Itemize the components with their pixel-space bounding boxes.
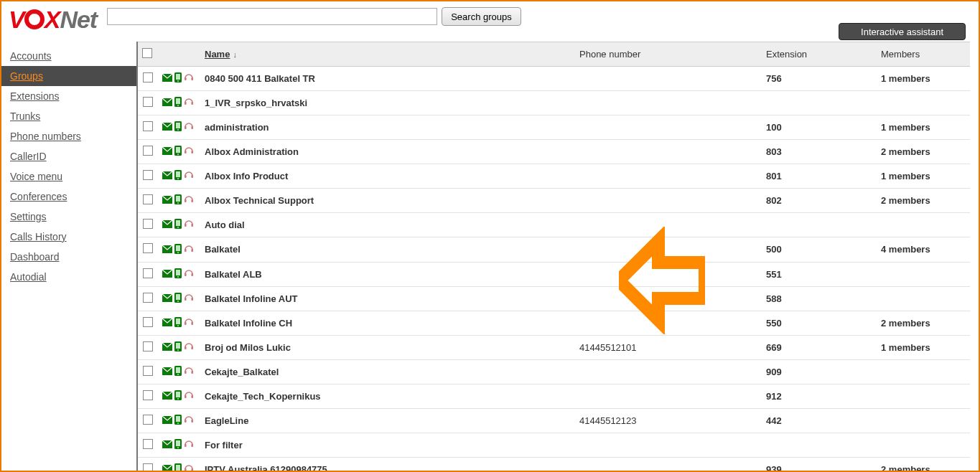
- header-phone[interactable]: Phone number: [575, 42, 762, 67]
- header-extension[interactable]: Extension: [762, 42, 877, 67]
- row-checkbox[interactable]: [143, 243, 153, 253]
- headset-icon[interactable]: [184, 170, 194, 182]
- sidebar-item-conferences[interactable]: Conferences: [1, 187, 136, 207]
- row-name[interactable]: Albox Technical Support: [200, 189, 575, 213]
- mail-icon[interactable]: [162, 98, 172, 108]
- search-input[interactable]: [107, 8, 437, 25]
- headset-icon[interactable]: [184, 194, 194, 207]
- headset-icon[interactable]: [184, 72, 194, 85]
- sidebar-item-autodial[interactable]: Autodial: [1, 267, 136, 287]
- phone-icon[interactable]: [174, 293, 182, 305]
- row-name[interactable]: 1_IVR_srpsko_hrvatski: [200, 91, 575, 115]
- phone-icon[interactable]: [174, 97, 182, 109]
- phone-icon[interactable]: [174, 317, 182, 329]
- row-name[interactable]: Cekajte_Balkatel: [200, 359, 575, 384]
- sidebar-item-accounts[interactable]: Accounts: [1, 46, 136, 66]
- headset-icon[interactable]: [184, 121, 194, 133]
- phone-icon[interactable]: [174, 72, 182, 85]
- row-checkbox[interactable]: [143, 293, 153, 303]
- row-checkbox[interactable]: [143, 463, 153, 471]
- phone-icon[interactable]: [174, 439, 182, 451]
- mail-icon[interactable]: [162, 342, 172, 353]
- mail-icon[interactable]: [162, 367, 172, 377]
- mail-icon[interactable]: [162, 391, 172, 402]
- row-name[interactable]: For filter: [200, 433, 575, 457]
- row-checkbox[interactable]: [143, 415, 153, 425]
- row-name[interactable]: Albox Administration: [200, 140, 575, 164]
- mail-icon[interactable]: [162, 195, 172, 206]
- sidebar-item-extensions[interactable]: Extensions: [1, 86, 136, 106]
- headset-icon[interactable]: [184, 366, 194, 378]
- phone-icon[interactable]: [174, 390, 182, 402]
- sidebar-item-calls-history[interactable]: Calls History: [1, 227, 136, 247]
- select-all-checkbox[interactable]: [142, 48, 152, 58]
- row-name[interactable]: EagleLine: [200, 408, 575, 433]
- sidebar-item-settings[interactable]: Settings: [1, 207, 136, 227]
- row-checkbox[interactable]: [143, 146, 153, 156]
- phone-icon[interactable]: [174, 463, 182, 471]
- header-members[interactable]: Members: [877, 42, 970, 67]
- phone-icon[interactable]: [174, 146, 182, 158]
- mail-icon[interactable]: [162, 220, 172, 230]
- mail-icon[interactable]: [162, 245, 172, 255]
- mail-icon[interactable]: [162, 269, 172, 280]
- row-name[interactable]: IPTV Australia 61290984775: [200, 458, 575, 471]
- row-name[interactable]: 0840 500 411 Balkatel TR: [200, 67, 575, 91]
- phone-icon[interactable]: [174, 219, 182, 231]
- headset-icon[interactable]: [184, 268, 194, 280]
- mail-icon[interactable]: [162, 415, 172, 426]
- header-name[interactable]: Name↓: [200, 42, 575, 67]
- row-checkbox[interactable]: [143, 97, 153, 107]
- headset-icon[interactable]: [184, 244, 194, 256]
- phone-icon[interactable]: [174, 268, 182, 280]
- headset-icon[interactable]: [184, 463, 194, 471]
- row-name[interactable]: Cekajte_Tech_Kopernikus: [200, 384, 575, 408]
- row-name[interactable]: Albox Info Product: [200, 164, 575, 189]
- row-name[interactable]: Balkatel Infoline CH: [200, 311, 575, 335]
- row-checkbox[interactable]: [143, 317, 153, 327]
- sort-name-link[interactable]: Name: [205, 49, 230, 60]
- row-checkbox[interactable]: [143, 366, 153, 376]
- phone-icon[interactable]: [174, 170, 182, 182]
- mail-icon[interactable]: [162, 440, 172, 450]
- interactive-assistant-button[interactable]: Interactive assistant: [839, 23, 966, 40]
- row-name[interactable]: Balkatel ALB: [200, 262, 575, 286]
- phone-icon[interactable]: [174, 415, 182, 427]
- row-name[interactable]: administration: [200, 115, 575, 140]
- mail-icon[interactable]: [162, 293, 172, 304]
- row-checkbox[interactable]: [143, 390, 153, 400]
- mail-icon[interactable]: [162, 464, 172, 471]
- sidebar-item-groups[interactable]: Groups: [1, 66, 136, 86]
- row-name[interactable]: Balkatel: [200, 237, 575, 262]
- row-checkbox[interactable]: [143, 219, 153, 229]
- headset-icon[interactable]: [184, 293, 194, 305]
- headset-icon[interactable]: [184, 219, 194, 231]
- sidebar-item-phone-numbers[interactable]: Phone numbers: [1, 126, 136, 146]
- row-checkbox[interactable]: [143, 194, 153, 204]
- row-checkbox[interactable]: [143, 268, 153, 278]
- mail-icon[interactable]: [162, 318, 172, 329]
- mail-icon[interactable]: [162, 122, 172, 133]
- headset-icon[interactable]: [184, 439, 194, 451]
- sidebar-item-dashboard[interactable]: Dashboard: [1, 247, 136, 267]
- headset-icon[interactable]: [184, 146, 194, 158]
- headset-icon[interactable]: [184, 390, 194, 402]
- mail-icon[interactable]: [162, 171, 172, 181]
- phone-icon[interactable]: [174, 366, 182, 378]
- headset-icon[interactable]: [184, 97, 194, 109]
- search-button[interactable]: Search groups: [442, 7, 521, 26]
- row-checkbox[interactable]: [143, 72, 153, 82]
- phone-icon[interactable]: [174, 341, 182, 354]
- headset-icon[interactable]: [184, 341, 194, 354]
- row-name[interactable]: Balkatel Infoline AUT: [200, 286, 575, 311]
- phone-icon[interactable]: [174, 244, 182, 256]
- phone-icon[interactable]: [174, 194, 182, 207]
- sidebar-item-voice-menu[interactable]: Voice menu: [1, 166, 136, 187]
- headset-icon[interactable]: [184, 317, 194, 329]
- row-name[interactable]: Auto dial: [200, 213, 575, 237]
- sidebar-item-trunks[interactable]: Trunks: [1, 106, 136, 126]
- row-name[interactable]: Broj od Milos Lukic: [200, 335, 575, 359]
- row-checkbox[interactable]: [143, 439, 153, 449]
- headset-icon[interactable]: [184, 415, 194, 427]
- sidebar-item-callerid[interactable]: CallerID: [1, 146, 136, 166]
